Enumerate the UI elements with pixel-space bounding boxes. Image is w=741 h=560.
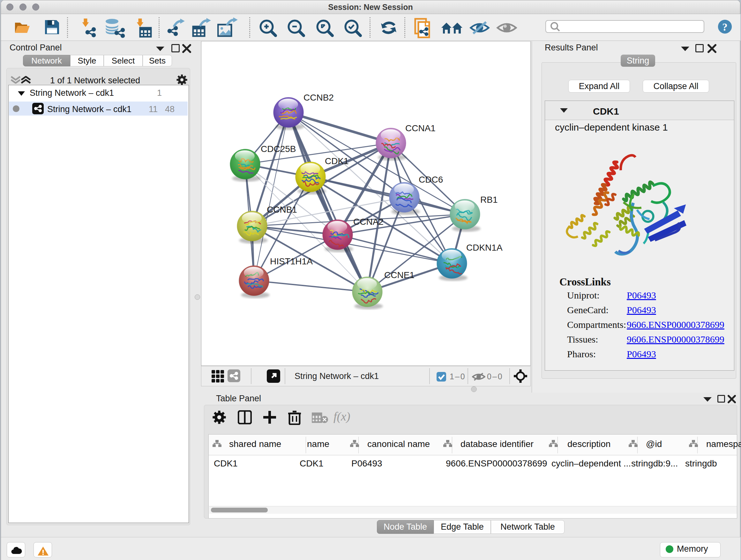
svg-text:CCNE1: CCNE1	[384, 270, 414, 280]
svg-text:CDK1: CDK1	[325, 156, 349, 166]
svg-text:HIST1H1A: HIST1H1A	[270, 256, 313, 266]
svg-text:CDC6: CDC6	[419, 175, 443, 185]
svg-text:CCNB2: CCNB2	[304, 92, 334, 103]
svg-text:CCNA1: CCNA1	[405, 123, 435, 133]
svg-text:CDC25B: CDC25B	[261, 144, 296, 154]
svg-text:CDKN1A: CDKN1A	[466, 243, 502, 253]
svg-text:CCNA2: CCNA2	[353, 217, 384, 227]
svg-text:?: ?	[722, 21, 727, 33]
svg-text:CCNB1: CCNB1	[267, 205, 297, 214]
svg-text:RB1: RB1	[480, 195, 497, 205]
